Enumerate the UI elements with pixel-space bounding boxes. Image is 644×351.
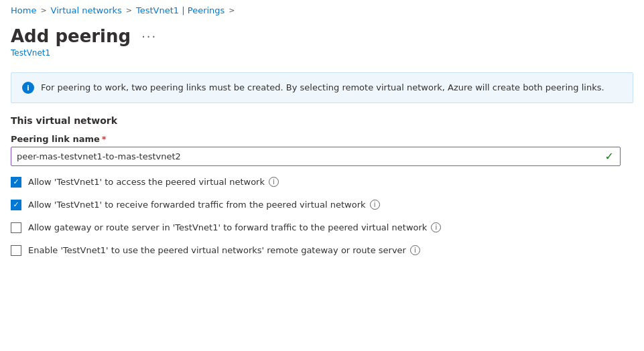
peering-link-name-input[interactable]	[11, 147, 621, 166]
checkboxes-container: Allow 'TestVnet1' to access the peered v…	[11, 177, 626, 256]
info-icon-cb2[interactable]: i	[370, 200, 380, 210]
checkbox-row-3: Allow gateway or route server in 'TestVn…	[11, 222, 621, 233]
breadcrumb-sep-1: >	[40, 6, 46, 15]
page-subtitle[interactable]: TestVnet1	[11, 48, 633, 58]
checkbox-label-cb4: Enable 'TestVnet1' to use the peered vir…	[28, 245, 420, 255]
breadcrumb-virtual-networks[interactable]: Virtual networks	[51, 5, 122, 15]
peering-link-name-field: Peering link name * ✓	[11, 134, 626, 166]
checkbox-label-cb2: Allow 'TestVnet1' to receive forwarded t…	[28, 200, 380, 210]
page-header: Add peering ··· TestVnet1	[0, 21, 644, 60]
info-banner-text: For peering to work, two peering links m…	[41, 81, 604, 94]
page-title: Add peering	[11, 26, 131, 47]
checkbox-label-cb1: Allow 'TestVnet1' to access the peered v…	[28, 177, 279, 187]
required-star: *	[102, 134, 107, 144]
breadcrumb-sep-2: >	[126, 6, 132, 15]
info-icon-cb1[interactable]: i	[269, 177, 279, 187]
section-title: This virtual network	[11, 115, 626, 126]
title-menu-button[interactable]: ···	[137, 28, 161, 45]
checkbox-cb4[interactable]	[11, 245, 21, 256]
breadcrumb-testvnet1-peerings[interactable]: TestVnet1 | Peerings	[136, 5, 224, 15]
checkbox-cb2[interactable]	[11, 200, 21, 210]
checkbox-row-4: Enable 'TestVnet1' to use the peered vir…	[11, 245, 621, 256]
info-icon-cb4[interactable]: i	[410, 245, 420, 255]
checkbox-row-1: Allow 'TestVnet1' to access the peered v…	[11, 177, 621, 188]
breadcrumb-sep-3: >	[229, 6, 235, 15]
peering-link-name-label: Peering link name *	[11, 134, 626, 144]
info-icon-cb3[interactable]: i	[431, 222, 441, 232]
checkbox-cb1[interactable]	[11, 177, 21, 188]
field-valid-icon: ✓	[605, 150, 614, 163]
checkbox-cb3[interactable]	[11, 222, 21, 233]
checkbox-row-2: Allow 'TestVnet1' to receive forwarded t…	[11, 200, 621, 210]
breadcrumb-home[interactable]: Home	[11, 5, 36, 15]
info-banner-icon: i	[22, 82, 34, 94]
peering-link-name-input-wrapper: ✓	[11, 147, 621, 166]
info-banner: i For peering to work, two peering links…	[11, 72, 633, 103]
breadcrumb: Home > Virtual networks > TestVnet1 | Pe…	[0, 0, 644, 21]
this-virtual-network-section: This virtual network Peering link name *…	[0, 115, 637, 256]
checkbox-label-cb3: Allow gateway or route server in 'TestVn…	[28, 222, 441, 232]
